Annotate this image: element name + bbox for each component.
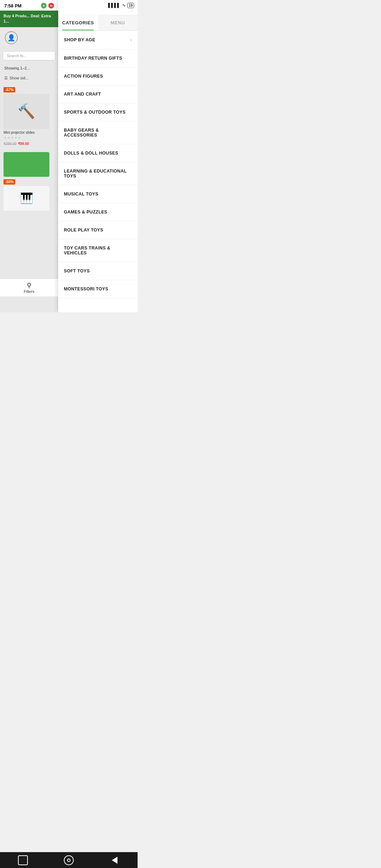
- discount-badge-1: -67%: [4, 87, 15, 92]
- price-old-1: ₹299.00: [4, 142, 17, 146]
- category-item-9[interactable]: GAMES & PUZZLES: [58, 203, 138, 221]
- category-item-12[interactable]: SOFT TOYS: [58, 262, 138, 280]
- category-label-12: SOFT TOYS: [64, 269, 90, 273]
- category-item-13[interactable]: MONTESSORI TOYS: [58, 280, 138, 298]
- category-label-1: BIRTHDAY RETURN GIFTS: [64, 56, 122, 61]
- user-avatar: 👤: [0, 27, 58, 48]
- category-item-1[interactable]: BIRTHDAY RETURN GIFTS: [58, 49, 138, 67]
- status-time: 7:58 PM: [4, 3, 22, 8]
- category-label-0: SHOP BY AGE: [64, 37, 95, 42]
- category-label-3: ART AND CRAFT: [64, 92, 101, 97]
- category-label-10: ROLE PLAY TOYS: [64, 228, 103, 233]
- discount-badge-2: -50%: [4, 179, 15, 185]
- product-img-2: [4, 152, 49, 177]
- battery-icon: 19: [127, 3, 134, 8]
- wifi-icon: ∿: [122, 3, 126, 8]
- status-bar-overlay: ▌▌▌▌ ∿ 19: [58, 0, 138, 11]
- category-item-4[interactable]: SPORTS & OUTDOOR TOYS: [58, 103, 138, 121]
- product-stars-1: ★★★★★: [4, 135, 55, 140]
- category-label-2: ACTION FIGURES: [64, 74, 103, 79]
- bg-search-bar: Search fo...: [3, 51, 55, 60]
- category-label-4: SPORTS & OUTDOOR TOYS: [64, 110, 126, 115]
- app-icon-2: M: [48, 3, 54, 8]
- tab-menu[interactable]: MENU: [98, 15, 138, 30]
- category-item-6[interactable]: DOLLS & DOLL HOUSES: [58, 144, 138, 162]
- tab-categories[interactable]: CATEGORIES: [58, 15, 98, 30]
- status-icons: ● M: [41, 3, 54, 8]
- category-label-7: LEARNING & EDUCATIONAL TOYS: [64, 169, 132, 179]
- bg-product-1: -67% 🔨 Mini projector slides ★★★★★ ₹299.…: [0, 83, 58, 149]
- categories-list: SHOP BY AGE›BIRTHDAY RETURN GIFTSACTION …: [58, 31, 138, 312]
- category-item-7[interactable]: LEARNING & EDUCATIONAL TOYS: [58, 162, 138, 185]
- bg-product-2: -50% 🎹: [0, 149, 58, 213]
- filters-label: Filters: [24, 289, 35, 294]
- app-icon-1: ●: [41, 3, 47, 8]
- category-panel: 🔍 CATEGORIES MENU SHOP BY AGE›BIRTHDAY R…: [58, 0, 138, 312]
- category-item-11[interactable]: TOY CARS TRAINS & VEHICLES: [58, 239, 138, 262]
- category-label-9: GAMES & PUZZLES: [64, 210, 107, 215]
- category-item-3[interactable]: ART AND CRAFT: [58, 85, 138, 103]
- background-content: 7:58 PM ● M Buy 4 Produ... Deal: Extra 1…: [0, 0, 58, 312]
- price-new-1: ₹99.00: [18, 142, 29, 146]
- filters-bottom[interactable]: ⚲ Filters: [0, 278, 58, 296]
- category-label-13: MONTESSORI TOYS: [64, 287, 108, 291]
- bg-showing-text: Showing 1–2...: [0, 63, 58, 73]
- category-label-5: BABY GEARS & ACCESSORIES: [64, 128, 132, 138]
- category-label-8: MUSICAL TOYS: [64, 192, 98, 197]
- tabs-container: CATEGORIES MENU: [58, 15, 138, 31]
- category-label-6: DOLLS & DOLL HOUSES: [64, 151, 118, 156]
- promo-banner: Buy 4 Produ... Deal: Extra 1...: [0, 11, 58, 27]
- category-item-0[interactable]: SHOP BY AGE›: [58, 31, 138, 49]
- category-item-2[interactable]: ACTION FIGURES: [58, 67, 138, 85]
- category-item-10[interactable]: ROLE PLAY TOYS: [58, 221, 138, 239]
- product-title-1: Mini projector slides: [4, 131, 55, 134]
- category-item-5[interactable]: BABY GEARS & ACCESSORIES: [58, 121, 138, 144]
- signal-bars: ▌▌▌▌: [108, 3, 120, 8]
- category-label-11: TOY CARS TRAINS & VEHICLES: [64, 246, 132, 255]
- chevron-icon-0: ›: [130, 37, 132, 43]
- category-item-8[interactable]: MUSICAL TOYS: [58, 185, 138, 203]
- bg-filters-row: ☰ Show sid...: [0, 73, 58, 83]
